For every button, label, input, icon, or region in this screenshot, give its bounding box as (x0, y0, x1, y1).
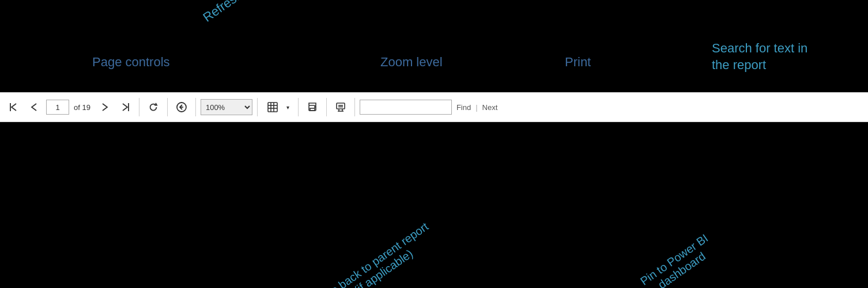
separator-4 (257, 98, 258, 116)
export-button[interactable] (262, 98, 283, 116)
next-page-button[interactable] (95, 98, 114, 116)
pin-button[interactable] (331, 98, 350, 116)
separator-1 (139, 98, 139, 116)
pin-label: Pin to Power BIdashboard (638, 232, 718, 288)
search-input[interactable] (360, 100, 452, 115)
separator-3 (195, 98, 196, 116)
page-number-input[interactable] (46, 100, 69, 115)
export-button-group: ▾ (262, 98, 293, 116)
separator-2 (167, 98, 168, 116)
last-page-button[interactable] (116, 98, 134, 116)
previous-page-button[interactable] (25, 98, 44, 116)
zoom-level-label: Zoom level (380, 55, 443, 70)
separator-7 (354, 98, 355, 116)
refresh-button[interactable] (144, 98, 163, 116)
svg-rect-4 (268, 103, 277, 112)
export-dropdown-button[interactable]: ▾ (283, 98, 293, 116)
svg-rect-12 (337, 103, 345, 109)
find-button[interactable]: Find (454, 103, 473, 112)
separator-6 (326, 98, 327, 116)
bottom-annotation-area: Go back to parent report(if applicable) … (0, 122, 868, 288)
zoom-select[interactable]: 100% 75% 50% 125% 150% 200% Page Width W… (201, 99, 252, 115)
svg-rect-10 (310, 108, 315, 111)
find-next-separator: | (475, 103, 477, 112)
report-toolbar: of 19 100% 75% 50% 125% 1 (0, 92, 868, 122)
first-page-button[interactable] (5, 98, 23, 116)
print-label: Print (565, 55, 591, 70)
top-labels-area: Page controls Refresh report Zoom level … (0, 0, 868, 92)
refresh-report-label: Refresh report (201, 0, 276, 25)
go-back-label: Go back to parent report(if applicable) (321, 220, 439, 288)
search-label-text: Search for text inthe report (712, 41, 807, 72)
search-label: Search for text inthe report (712, 40, 807, 73)
print-button[interactable] (303, 98, 322, 116)
page-controls-label: Page controls (92, 55, 170, 70)
go-back-button[interactable] (172, 98, 191, 116)
separator-5 (298, 98, 299, 116)
go-back-label-text: Go back to parent report(if applicable) (321, 220, 431, 288)
next-button[interactable]: Next (480, 103, 500, 112)
total-pages-label: of 19 (71, 103, 93, 112)
svg-point-11 (315, 107, 316, 108)
pin-label-text: Pin to Power BIdashboard (638, 232, 711, 288)
